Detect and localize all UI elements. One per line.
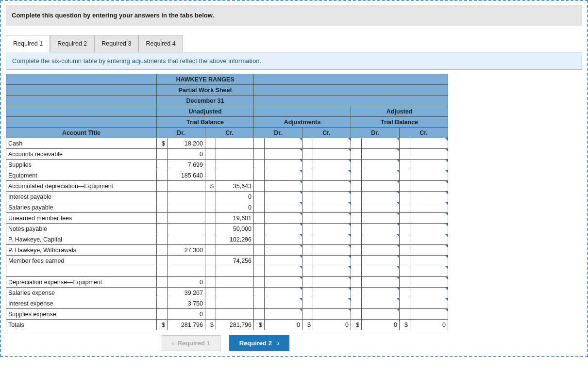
input-cell[interactable] — [265, 170, 302, 181]
input-cell[interactable] — [410, 288, 448, 298]
account-title-cell: Interest payable — [6, 192, 157, 202]
input-cell[interactable] — [362, 192, 400, 202]
input-cell[interactable] — [313, 234, 351, 245]
input-cell[interactable] — [362, 245, 400, 256]
table-row: Notes payable50,000 — [6, 224, 448, 234]
account-title-cell: Unearned member fees — [6, 213, 157, 224]
account-title-cell: P. Hawkeye, Withdrawals — [6, 245, 157, 256]
input-cell[interactable] — [265, 192, 302, 202]
table-row: Supplies expense0 — [6, 309, 448, 320]
input-cell[interactable] — [313, 192, 351, 202]
tab-required-3[interactable]: Required 3 — [94, 35, 138, 52]
input-cell[interactable] — [265, 298, 302, 309]
input-cell[interactable] — [410, 266, 448, 277]
tab-required-4[interactable]: Required 4 — [138, 35, 183, 52]
input-cell[interactable] — [313, 138, 351, 149]
input-cell[interactable] — [362, 149, 400, 160]
input-cell[interactable] — [362, 224, 400, 234]
input-cell[interactable] — [362, 170, 400, 181]
input-cell[interactable] — [313, 309, 351, 320]
input-cell[interactable] — [313, 298, 351, 309]
input-cell[interactable] — [265, 149, 302, 160]
input-cell[interactable] — [313, 245, 351, 256]
table-row: Depreciation expense—Equipment0 — [6, 277, 448, 288]
input-cell[interactable] — [362, 234, 400, 245]
input-cell[interactable] — [362, 288, 400, 298]
input-cell[interactable] — [313, 202, 351, 213]
input-cell[interactable] — [313, 277, 351, 288]
input-cell[interactable] — [362, 213, 400, 224]
account-title-cell: Accumulated depreciation—Equipment — [6, 181, 157, 192]
table-row: Interest expense3,750 — [6, 298, 448, 309]
next-button[interactable]: Required 2 › — [229, 335, 289, 351]
col-adj-dr: Dr. — [254, 128, 302, 138]
input-cell[interactable] — [410, 149, 448, 160]
company-name: HAWKEYE RANGES — [157, 74, 254, 85]
input-cell[interactable] — [410, 234, 448, 245]
input-cell[interactable] — [313, 149, 351, 160]
input-cell[interactable] — [362, 181, 400, 192]
account-title-cell: Salaries payable — [6, 202, 157, 213]
tab-required-1[interactable]: Required 1 — [6, 35, 50, 52]
input-cell[interactable] — [410, 170, 448, 181]
input-cell[interactable] — [410, 138, 448, 149]
input-cell[interactable] — [410, 192, 448, 202]
input-cell[interactable] — [362, 160, 400, 170]
input-cell[interactable] — [410, 277, 448, 288]
input-cell[interactable] — [265, 245, 302, 256]
input-cell[interactable] — [313, 224, 351, 234]
account-title-cell: Equipment — [6, 170, 157, 181]
table-row: Equipment185,640 — [6, 170, 448, 181]
tab-required-2[interactable]: Required 2 — [50, 35, 94, 52]
input-cell[interactable] — [313, 181, 351, 192]
input-cell[interactable] — [410, 309, 448, 320]
table-row: Accumulated depreciation—Equipment$35,64… — [6, 181, 448, 192]
col-adj-cr: Cr. — [302, 128, 351, 138]
input-cell[interactable] — [410, 256, 448, 266]
account-title-cell: Supplies — [6, 160, 157, 170]
input-cell[interactable] — [362, 298, 400, 309]
input-cell[interactable] — [410, 298, 448, 309]
header-spacer — [6, 74, 157, 85]
totals-row: Totals $ 281,796 $ 281,796 $ 0 $ 0 $ 0 $… — [6, 320, 448, 330]
input-cell[interactable] — [265, 277, 302, 288]
input-cell[interactable] — [265, 202, 302, 213]
input-cell[interactable] — [265, 160, 302, 170]
sheet-date: December 31 — [157, 96, 254, 106]
input-cell[interactable] — [362, 266, 400, 277]
input-cell[interactable] — [313, 170, 351, 181]
next-label: Required 2 — [239, 339, 272, 347]
input-cell[interactable] — [410, 213, 448, 224]
input-cell[interactable] — [265, 234, 302, 245]
input-cell[interactable] — [265, 181, 302, 192]
input-cell[interactable] — [313, 288, 351, 298]
input-cell[interactable] — [410, 181, 448, 192]
input-cell[interactable] — [265, 138, 302, 149]
adjusted-header-2: Trial Balance — [351, 117, 448, 128]
input-cell[interactable] — [410, 245, 448, 256]
input-cell[interactable] — [265, 288, 302, 298]
account-title-cell: Accounts receivable — [6, 149, 157, 160]
input-cell[interactable] — [313, 266, 351, 277]
input-cell[interactable] — [265, 256, 302, 266]
input-cell[interactable] — [410, 202, 448, 213]
input-cell[interactable] — [362, 202, 400, 213]
question-container: Complete this question by entering your … — [0, 0, 588, 357]
input-cell[interactable] — [410, 224, 448, 234]
input-cell[interactable] — [265, 224, 302, 234]
input-cell[interactable] — [313, 160, 351, 170]
input-cell[interactable] — [265, 309, 302, 320]
input-cell[interactable] — [362, 309, 400, 320]
input-cell[interactable] — [362, 256, 400, 266]
input-cell[interactable] — [313, 213, 351, 224]
input-cell[interactable] — [265, 266, 302, 277]
table-row: Interest payable0 — [6, 192, 448, 202]
table-row: Salaries payable0 — [6, 202, 448, 213]
input-cell[interactable] — [362, 138, 400, 149]
totals-label: Totals — [6, 320, 157, 330]
input-cell[interactable] — [313, 256, 351, 266]
input-cell[interactable] — [410, 160, 448, 170]
table-row: Member fees earned74,256 — [6, 256, 448, 266]
input-cell[interactable] — [265, 213, 302, 224]
input-cell[interactable] — [362, 277, 400, 288]
